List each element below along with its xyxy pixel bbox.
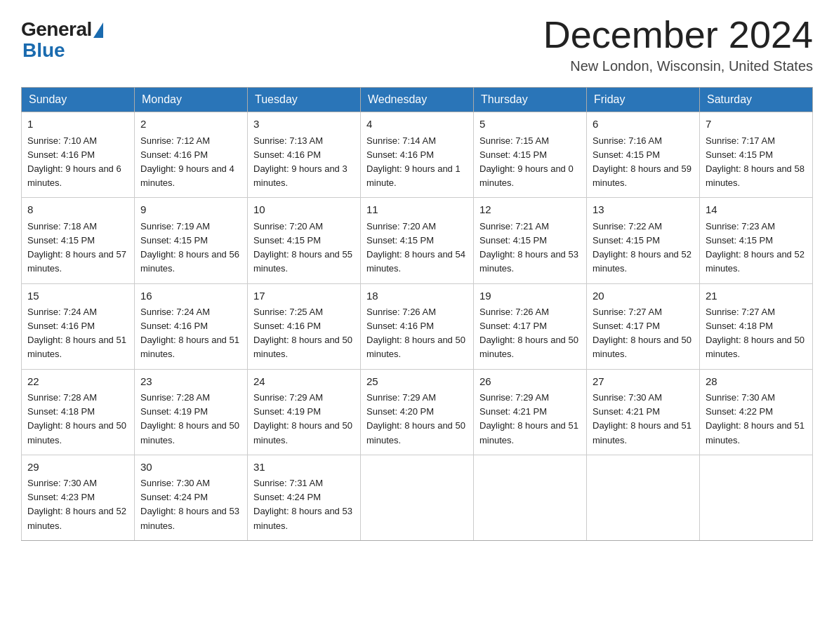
day-cell: 14Sunrise: 7:23 AMSunset: 4:15 PMDayligh… xyxy=(700,198,813,283)
day-info: Sunrise: 7:30 AMSunset: 4:23 PMDaylight:… xyxy=(27,478,126,530)
day-info: Sunrise: 7:28 AMSunset: 4:19 PMDaylight:… xyxy=(140,392,239,445)
month-title: December 2024 xyxy=(543,14,813,55)
day-info: Sunrise: 7:24 AMSunset: 4:16 PMDaylight:… xyxy=(27,307,126,359)
day-info: Sunrise: 7:28 AMSunset: 4:18 PMDaylight:… xyxy=(27,392,126,445)
day-number: 5 xyxy=(479,116,581,133)
day-info: Sunrise: 7:10 AMSunset: 4:16 PMDaylight:… xyxy=(27,135,121,188)
day-cell: 16Sunrise: 7:24 AMSunset: 4:16 PMDayligh… xyxy=(135,283,248,369)
day-cell: 13Sunrise: 7:22 AMSunset: 4:15 PMDayligh… xyxy=(587,198,700,283)
day-number: 29 xyxy=(27,459,128,476)
page-header: General Blue December 2024 New London, W… xyxy=(21,14,813,74)
day-number: 9 xyxy=(140,202,241,218)
calendar-table: SundayMondayTuesdayWednesdayThursdayFrid… xyxy=(21,87,813,540)
header-saturday: Saturday xyxy=(700,88,813,112)
day-cell: 4Sunrise: 7:14 AMSunset: 4:16 PMDaylight… xyxy=(361,112,474,198)
day-info: Sunrise: 7:24 AMSunset: 4:16 PMDaylight:… xyxy=(140,307,239,359)
day-number: 7 xyxy=(706,116,807,133)
day-info: Sunrise: 7:19 AMSunset: 4:15 PMDaylight:… xyxy=(140,221,239,274)
logo-blue-text: Blue xyxy=(21,39,65,62)
day-cell xyxy=(361,455,474,540)
day-info: Sunrise: 7:22 AMSunset: 4:15 PMDaylight:… xyxy=(593,221,691,274)
day-info: Sunrise: 7:12 AMSunset: 4:16 PMDaylight:… xyxy=(140,135,234,188)
day-cell: 30Sunrise: 7:30 AMSunset: 4:24 PMDayligh… xyxy=(135,455,248,540)
day-cell: 8Sunrise: 7:18 AMSunset: 4:15 PMDaylight… xyxy=(22,198,135,283)
day-info: Sunrise: 7:29 AMSunset: 4:21 PMDaylight:… xyxy=(479,392,578,445)
day-info: Sunrise: 7:29 AMSunset: 4:20 PMDaylight:… xyxy=(366,392,465,445)
day-info: Sunrise: 7:13 AMSunset: 4:16 PMDaylight:… xyxy=(253,135,348,188)
day-number: 15 xyxy=(27,288,128,304)
day-cell: 23Sunrise: 7:28 AMSunset: 4:19 PMDayligh… xyxy=(135,369,248,455)
day-number: 17 xyxy=(253,288,355,304)
day-cell: 3Sunrise: 7:13 AMSunset: 4:16 PMDaylight… xyxy=(248,112,361,198)
day-cell: 22Sunrise: 7:28 AMSunset: 4:18 PMDayligh… xyxy=(22,369,135,455)
day-number: 8 xyxy=(27,202,128,218)
week-row-2: 8Sunrise: 7:18 AMSunset: 4:15 PMDaylight… xyxy=(22,198,813,283)
day-number: 21 xyxy=(706,288,807,304)
day-cell: 29Sunrise: 7:30 AMSunset: 4:23 PMDayligh… xyxy=(22,455,135,540)
day-number: 1 xyxy=(27,116,128,133)
day-info: Sunrise: 7:21 AMSunset: 4:15 PMDaylight:… xyxy=(479,221,578,274)
location-title: New London, Wisconsin, United States xyxy=(543,58,813,74)
day-cell: 25Sunrise: 7:29 AMSunset: 4:20 PMDayligh… xyxy=(361,369,474,455)
day-cell: 27Sunrise: 7:30 AMSunset: 4:21 PMDayligh… xyxy=(587,369,700,455)
day-cell: 17Sunrise: 7:25 AMSunset: 4:16 PMDayligh… xyxy=(248,283,361,369)
week-row-4: 22Sunrise: 7:28 AMSunset: 4:18 PMDayligh… xyxy=(22,369,813,455)
day-cell: 31Sunrise: 7:31 AMSunset: 4:24 PMDayligh… xyxy=(248,455,361,540)
day-cell: 2Sunrise: 7:12 AMSunset: 4:16 PMDaylight… xyxy=(135,112,248,198)
day-info: Sunrise: 7:26 AMSunset: 4:17 PMDaylight:… xyxy=(479,307,578,359)
day-number: 6 xyxy=(593,116,694,133)
day-number: 12 xyxy=(479,202,581,218)
day-number: 30 xyxy=(140,459,241,476)
day-info: Sunrise: 7:20 AMSunset: 4:15 PMDaylight:… xyxy=(366,221,465,274)
day-number: 23 xyxy=(140,374,241,390)
day-info: Sunrise: 7:27 AMSunset: 4:17 PMDaylight:… xyxy=(593,307,691,359)
day-cell: 28Sunrise: 7:30 AMSunset: 4:22 PMDayligh… xyxy=(700,369,813,455)
day-cell: 9Sunrise: 7:19 AMSunset: 4:15 PMDaylight… xyxy=(135,198,248,283)
day-info: Sunrise: 7:30 AMSunset: 4:22 PMDaylight:… xyxy=(706,392,805,445)
day-info: Sunrise: 7:27 AMSunset: 4:18 PMDaylight:… xyxy=(706,307,805,359)
day-number: 31 xyxy=(253,459,355,476)
day-number: 2 xyxy=(140,116,241,133)
day-cell: 5Sunrise: 7:15 AMSunset: 4:15 PMDaylight… xyxy=(474,112,587,198)
header-friday: Friday xyxy=(587,88,700,112)
header-monday: Monday xyxy=(135,88,248,112)
calendar-header-row: SundayMondayTuesdayWednesdayThursdayFrid… xyxy=(22,88,813,112)
header-tuesday: Tuesday xyxy=(248,88,361,112)
day-number: 22 xyxy=(27,374,128,390)
day-info: Sunrise: 7:17 AMSunset: 4:15 PMDaylight:… xyxy=(706,135,805,188)
day-info: Sunrise: 7:16 AMSunset: 4:15 PMDaylight:… xyxy=(593,135,691,188)
day-info: Sunrise: 7:30 AMSunset: 4:24 PMDaylight:… xyxy=(140,478,239,530)
day-info: Sunrise: 7:31 AMSunset: 4:24 PMDaylight:… xyxy=(253,478,352,530)
day-cell: 21Sunrise: 7:27 AMSunset: 4:18 PMDayligh… xyxy=(700,283,813,369)
day-info: Sunrise: 7:14 AMSunset: 4:16 PMDaylight:… xyxy=(366,135,461,188)
day-number: 24 xyxy=(253,374,355,390)
day-number: 26 xyxy=(479,374,581,390)
day-number: 28 xyxy=(706,374,807,390)
day-cell: 1Sunrise: 7:10 AMSunset: 4:16 PMDaylight… xyxy=(22,112,135,198)
day-number: 20 xyxy=(593,288,694,304)
day-cell: 6Sunrise: 7:16 AMSunset: 4:15 PMDaylight… xyxy=(587,112,700,198)
day-number: 16 xyxy=(140,288,241,304)
day-info: Sunrise: 7:25 AMSunset: 4:16 PMDaylight:… xyxy=(253,307,352,359)
day-number: 13 xyxy=(593,202,694,218)
day-number: 25 xyxy=(366,374,468,390)
day-cell: 7Sunrise: 7:17 AMSunset: 4:15 PMDaylight… xyxy=(700,112,813,198)
week-row-1: 1Sunrise: 7:10 AMSunset: 4:16 PMDaylight… xyxy=(22,112,813,198)
day-info: Sunrise: 7:15 AMSunset: 4:15 PMDaylight:… xyxy=(479,135,574,188)
day-number: 14 xyxy=(706,202,807,218)
header-wednesday: Wednesday xyxy=(361,88,474,112)
day-cell: 24Sunrise: 7:29 AMSunset: 4:19 PMDayligh… xyxy=(248,369,361,455)
day-info: Sunrise: 7:30 AMSunset: 4:21 PMDaylight:… xyxy=(593,392,691,445)
day-info: Sunrise: 7:29 AMSunset: 4:19 PMDaylight:… xyxy=(253,392,352,445)
day-number: 11 xyxy=(366,202,468,218)
day-cell xyxy=(474,455,587,540)
day-number: 4 xyxy=(366,116,468,133)
day-cell: 26Sunrise: 7:29 AMSunset: 4:21 PMDayligh… xyxy=(474,369,587,455)
day-number: 27 xyxy=(593,374,694,390)
header-thursday: Thursday xyxy=(474,88,587,112)
day-info: Sunrise: 7:18 AMSunset: 4:15 PMDaylight:… xyxy=(27,221,126,274)
day-cell: 12Sunrise: 7:21 AMSunset: 4:15 PMDayligh… xyxy=(474,198,587,283)
day-cell: 18Sunrise: 7:26 AMSunset: 4:16 PMDayligh… xyxy=(361,283,474,369)
day-number: 3 xyxy=(253,116,355,133)
day-cell xyxy=(587,455,700,540)
